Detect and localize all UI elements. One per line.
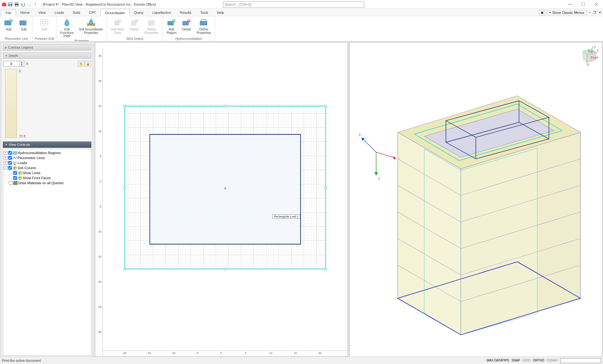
cube-icon <box>13 166 17 170</box>
menu-view[interactable]: View <box>34 9 50 16</box>
soil-groundwater-properties-button[interactable]: Soil GroundwaterProperties <box>77 17 105 39</box>
view-controls-tree[interactable]: +Hydroconsolidation Regions +Piezometric… <box>3 149 91 356</box>
svg-rect-18 <box>41 19 48 25</box>
svg-marker-0 <box>2 2 6 7</box>
delete-wick-drain-button[interactable]: ×Delete <box>128 17 141 36</box>
chk-show-lines[interactable] <box>13 171 17 175</box>
menu-home[interactable]: Home <box>16 9 34 16</box>
contour-legend-header[interactable]: ▶Contour Legend <box>3 44 91 51</box>
define-hydro-properties-button[interactable]: DefineProperties <box>195 17 213 36</box>
loads-icon <box>13 161 17 165</box>
group-pressure-grid: Pressure Grid <box>35 36 54 41</box>
svg-rect-67 <box>224 268 226 270</box>
plan-view[interactable]: 25 20 15 10 5 0 -5 -10 -15 -20 -25 -30 <box>95 42 348 362</box>
menu-file[interactable]: File <box>1 9 16 16</box>
toggle-snap[interactable]: SNAP <box>512 359 520 362</box>
depth-input[interactable] <box>3 62 19 66</box>
view-cube[interactable]: Front Top x y z <box>578 46 598 66</box>
add-wick-drain-button[interactable]: +Add WickDrain <box>109 17 126 36</box>
tree-toggle[interactable]: + <box>4 151 8 155</box>
close-button[interactable] <box>590 0 603 9</box>
mdi-close-icon[interactable]: ✕ <box>598 11 602 14</box>
toggle-grid[interactable]: GRID <box>523 359 530 362</box>
depth-hand-icon[interactable]: ✋ <box>78 61 84 67</box>
mdi-minimize-icon[interactable]: – <box>588 11 591 14</box>
chk-hydro[interactable] <box>8 151 12 155</box>
redo-icon[interactable] <box>26 2 32 7</box>
svg-text:×: × <box>135 19 137 22</box>
svg-text:×: × <box>188 19 190 23</box>
slider-bottom-label: 70 ft <box>19 134 25 138</box>
menu-tools[interactable]: Tools <box>196 9 213 16</box>
depth-header[interactable]: ▼Depth <box>3 52 91 59</box>
slider-top-label: 0 <box>19 69 25 73</box>
svg-text:x: x <box>597 48 598 52</box>
panel-grip-top[interactable] <box>2 41 92 43</box>
ribbon-display-options-icon[interactable]: ▣ <box>539 10 545 15</box>
3d-view[interactable]: x y z <box>349 42 602 362</box>
tree-toggle[interactable]: – <box>4 166 8 170</box>
chk-draw-materials[interactable] <box>9 181 13 185</box>
add-hydro-region-button[interactable]: +AddRegion <box>165 17 178 36</box>
menu-query[interactable]: Query <box>130 9 148 16</box>
spin-down-icon[interactable]: ▼ <box>19 64 24 66</box>
command-input[interactable] <box>560 358 601 363</box>
edit-piezometric-button[interactable]: Edit <box>17 17 31 36</box>
toggle-osnap[interactable]: OSNAP <box>547 359 558 362</box>
materials-icon <box>13 181 18 185</box>
chk-piezo[interactable] <box>8 156 12 160</box>
menu-soils[interactable]: Soils <box>68 9 85 16</box>
minimize-button[interactable] <box>563 0 577 9</box>
edit-pressure-grid-button[interactable]: Edit <box>38 17 52 36</box>
print-icon[interactable] <box>14 2 19 7</box>
group-piezometric: Piezometric Line <box>5 36 28 41</box>
menu-cpt[interactable]: CPT <box>85 9 100 16</box>
tree-toggle[interactable]: + <box>4 161 8 165</box>
chk-show-front[interactable] <box>13 176 17 180</box>
svg-marker-48 <box>14 167 17 170</box>
search-input[interactable]: Search... (Ctrl+Q) <box>223 1 364 8</box>
tree-label: Show Lines <box>23 171 41 175</box>
tree-label: Soil Column <box>18 166 36 170</box>
piezo-icon <box>13 156 17 160</box>
svg-rect-2 <box>9 3 12 4</box>
cube-icon <box>18 176 22 180</box>
show-classic-menus-button[interactable]: ▾Show Classic Menus <box>546 10 587 15</box>
ruler-horizontal: -20 -15 -10 -5 0 5 10 15 20 <box>103 351 348 356</box>
svg-text:+: + <box>119 19 121 22</box>
chk-soil-column[interactable] <box>8 166 12 170</box>
add-piezometric-button[interactable]: +Add <box>2 17 16 36</box>
menu-groundwater[interactable]: Groundwater <box>100 9 130 16</box>
tree-label: Loads <box>18 161 27 165</box>
view-controls-header[interactable]: ▼View Controls <box>3 142 91 148</box>
svg-line-74 <box>361 138 376 153</box>
qat-customize-icon[interactable]: ▾ <box>33 2 38 7</box>
undo-icon[interactable] <box>20 2 26 7</box>
save-icon[interactable] <box>8 2 13 7</box>
define-wick-properties-button[interactable]: DefineProperties <box>143 17 161 36</box>
maximize-button[interactable] <box>577 0 590 9</box>
spin-up-icon[interactable]: ▲ <box>19 61 24 64</box>
status-message: Print the active document <box>2 359 41 362</box>
tree-toggle[interactable]: + <box>4 156 8 160</box>
delete-hydro-region-button[interactable]: ×Delete <box>180 17 193 36</box>
svg-text:Top: Top <box>588 49 593 53</box>
svg-rect-63 <box>325 105 327 107</box>
mdi-restore-icon[interactable]: ❐ <box>593 11 597 14</box>
depth-lock-icon[interactable]: 🔒 <box>85 61 91 67</box>
menu-loads[interactable]: Loads <box>50 9 68 16</box>
chk-loads[interactable] <box>8 161 12 165</box>
app-icon <box>1 2 7 7</box>
menu-help[interactable]: Help <box>213 9 229 16</box>
toggle-maxdatatips[interactable]: MAX DATATIPS <box>487 359 509 362</box>
depth-spinner[interactable]: ▲▼ <box>3 61 25 67</box>
toggle-ortho[interactable]: ORTHO <box>533 359 544 362</box>
svg-marker-51 <box>19 172 22 175</box>
menu-liquefaction[interactable]: Liquefaction <box>148 9 175 16</box>
edit-functions-pwp-button[interactable]: EditFunctionsPWP <box>58 17 76 39</box>
svg-rect-57 <box>13 184 18 185</box>
depth-slider-track[interactable] <box>5 69 17 138</box>
load-label: Rectangular Load 1 <box>272 214 300 219</box>
menu-results[interactable]: Results <box>175 9 196 16</box>
svg-rect-3 <box>9 5 11 6</box>
